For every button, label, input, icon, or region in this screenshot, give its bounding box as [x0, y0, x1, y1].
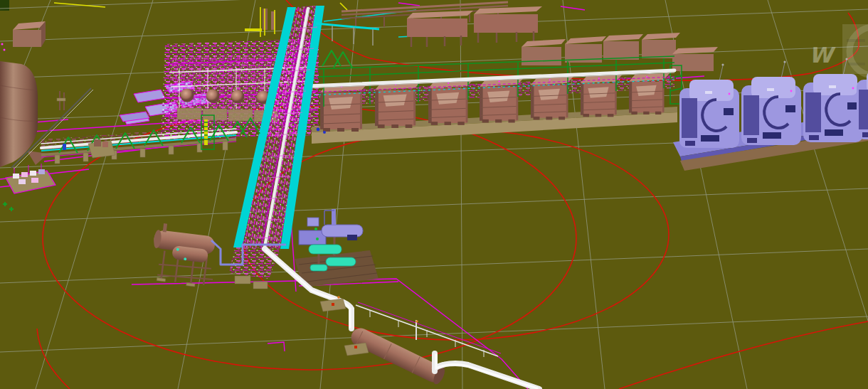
- blue-valve-dot[interactable]: [323, 131, 326, 134]
- spherical-vessel[interactable]: [181, 89, 194, 102]
- spherical-vessel[interactable]: [206, 90, 220, 103]
- yellow-beam[interactable]: [245, 28, 262, 31]
- warehouse-box[interactable]: [13, 21, 46, 47]
- plant-3d-scene[interactable]: W: [0, 0, 868, 389]
- 3d-viewport[interactable]: W: [0, 0, 868, 389]
- ground-plane[interactable]: [0, 0, 868, 389]
- dark-corner-patch: [0, 0, 9, 11]
- spherical-vessel[interactable]: [231, 90, 245, 104]
- watermark-letter: W: [809, 43, 836, 68]
- blue-valve-dot[interactable]: [317, 128, 320, 132]
- valve-actuator-blue[interactable]: [63, 144, 66, 150]
